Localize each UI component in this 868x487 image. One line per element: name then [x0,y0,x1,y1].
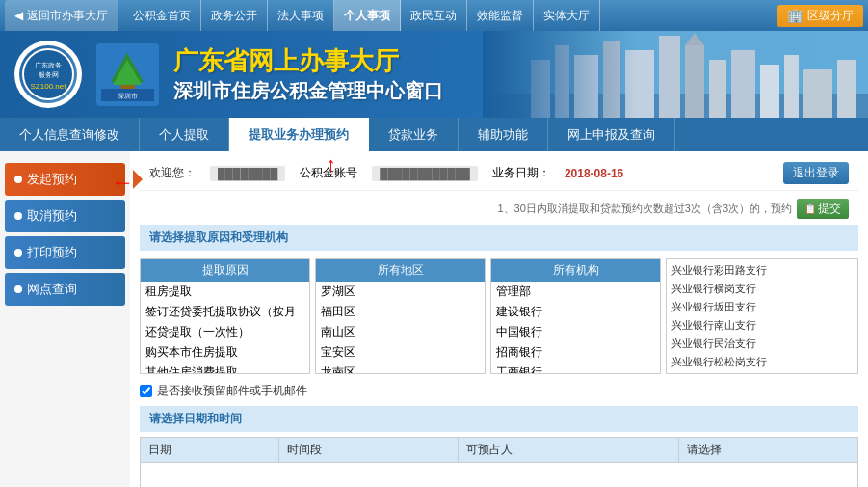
institution-select[interactable]: 管理部 建设银行 中国银行 招商银行 工商银行 [491,282,660,373]
nav-shiti[interactable]: 实体大厅 [534,0,600,31]
datetime-table: 日期 时间段 可预占人 请选择 [140,437,858,487]
nav-online[interactable]: 网上申报及查询 [548,118,675,151]
nav-xiaoneng[interactable]: 效能监督 [467,0,534,31]
account-display: ████████████ [372,166,478,181]
branch-list: 兴业银行彩田路支行 兴业银行横岗支行 兴业银行坂田支行 兴业银行南山支行 兴业银… [667,259,857,370]
nav-assist[interactable]: 辅助功能 [459,118,548,151]
region-panel-header: 所有地区 [316,259,485,282]
date-label: 业务日期： [492,165,550,181]
institution-panel: 所有机构 管理部 建设银行 中国银行 招商银行 工商银行 [490,258,661,374]
reason-panel: 提取原因 租房提取 签订还贷委托提取协议（按月 还贷提取（一次性） 购买本市住房… [140,258,310,374]
nav-personal-info[interactable]: 个人信息查询修改 [0,118,140,151]
region-panel: 所有地区 罗湖区 福田区 南山区 宝安区 龙南区 [315,258,486,374]
nav-gongji[interactable]: 公积金首页 [123,0,201,31]
svg-text:SZ100.net: SZ100.net [30,82,66,91]
reason-select[interactable]: 租房提取 签订还贷委托提取协议（按月 还贷提取（一次性） 购买本市住房提取 其他… [141,282,309,373]
user-display: ████████ [210,166,285,181]
branch-item-0[interactable]: 兴业银行彩田路支行 [667,261,857,280]
branch-item-5[interactable]: 兴业银行松松岗支行 [667,353,857,370]
sidebar-item-start-appointment[interactable]: 发起预约 [5,163,125,196]
back-btn[interactable]: ◀ 返回市办事大厅 [5,0,118,31]
col-timeslot: 时间段 [279,438,459,463]
region-select[interactable]: 罗湖区 福田区 南山区 宝安区 龙南区 [316,282,485,373]
section2-title: 请选择日期和时间 [140,406,858,432]
active-arrow [133,170,143,189]
nav-personal-withdraw[interactable]: 个人提取 [140,118,229,151]
notice-text: 1、30日内取消提取和贷款预约次数超过3次（含3次）的，预约 [497,202,792,216]
datetime-section: 日期 时间段 可预占人 请选择 [140,437,858,487]
district-btn[interactable]: 🏢 区级分厅 [777,5,863,27]
checkbox-area: 是否接收预留邮件或手机邮件 [140,379,858,403]
table-row-empty [141,463,858,488]
sidebar: 发起预约 取消预约 打印预约 网点查询 [0,151,130,487]
section1-title: 请选择提取原因和受理机构 [140,225,858,251]
notice-bar: 1、30日内取消提取和贷款预约次数超过3次（含3次）的，预约 📋 提交 [140,196,858,222]
nav-geren[interactable]: 个人事项 [334,0,401,31]
branch-item-1[interactable]: 兴业银行横岗支行 [667,280,857,298]
branch-panel: 兴业银行彩田路支行 兴业银行横岗支行 兴业银行坂田支行 兴业银行南山支行 兴业银… [666,258,858,374]
red-arrow-left: ← [111,169,134,196]
submit-btn[interactable]: 📋 提交 [797,199,849,219]
col-date: 日期 [141,438,279,463]
email-checkbox[interactable] [140,385,152,397]
date-value: 2018-08-16 [565,167,623,180]
svg-text:广东政务: 广东政务 [35,62,62,68]
logout-btn[interactable]: 退出登录 [783,162,849,184]
logo-area: 广东政务 服务网 SZ100.net 深圳市 广东省网上办事大厅 [14,41,443,108]
content-wrapper: 发起预约 取消预约 打印预约 网点查询 ← ↑ 欢迎您： █ [0,151,868,487]
checkbox-label: 是否接收预留邮件或手机邮件 [157,383,307,399]
logo-1: 广东政务 服务网 SZ100.net [14,41,82,108]
reason-panel-header: 提取原因 [141,259,309,282]
svg-rect-25 [483,31,868,118]
header-title: 广东省网上办事大厅 深圳市住房公积金管理中心窗口 [173,44,443,104]
nav-appointment[interactable]: 提取业务办理预约 [229,118,369,151]
branch-item-4[interactable]: 兴业银行民治支行 [667,335,857,353]
main-nav: 个人信息查询修改 个人提取 提取业务办理预约 贷款业务 辅助功能 网上申报及查询 [0,118,868,151]
col-available: 可预占人 [459,438,678,463]
sidebar-item-print-appointment[interactable]: 打印预约 [5,236,125,269]
dot-icon [14,249,22,257]
sidebar-item-branch-query[interactable]: 网点查询 [5,273,125,306]
branch-item-3[interactable]: 兴业银行南山支行 [667,316,857,335]
city-skyline [483,31,868,118]
dot-icon [14,176,22,183]
main-content: 欢迎您： ████████ 公积金账号 ████████████ 业务日期： 2… [130,151,868,487]
dot-icon [14,285,22,293]
header-banner: 广东政务 服务网 SZ100.net 深圳市 广东省网上办事大厅 [0,31,868,118]
dot-icon [14,212,22,220]
col-select: 请选择 [678,438,857,463]
red-arrow-up: ↑ [326,152,336,177]
nav-zhengmin[interactable]: 政民互动 [401,0,467,31]
nav-loan[interactable]: 贷款业务 [369,118,459,151]
nav-zhengwu[interactable]: 政务公开 [201,0,268,31]
sidebar-item-cancel-appointment[interactable]: 取消预约 [5,200,125,232]
top-nav: ◀ 返回市办事大厅 公积金首页 政务公开 法人事项 个人事项 政民互动 效能监督… [0,0,868,31]
svg-text:深圳市: 深圳市 [118,93,138,99]
logo-2: 深圳市 [96,43,159,106]
welcome-text: 欢迎您： [149,165,196,181]
selection-area: 提取原因 租房提取 签订还贷委托提取协议（按月 还贷提取（一次性） 购买本市住房… [140,254,858,379]
logo-inner: 广东政务 服务网 SZ100.net [19,45,77,103]
nav-faren[interactable]: 法人事项 [268,0,334,31]
branch-item-2[interactable]: 兴业银行坂田支行 [667,298,857,316]
svg-text:服务网: 服务网 [38,71,58,78]
institution-panel-header: 所有机构 [491,259,660,282]
welcome-bar: 欢迎您： ████████ 公积金账号 ████████████ 业务日期： 2… [140,156,858,191]
